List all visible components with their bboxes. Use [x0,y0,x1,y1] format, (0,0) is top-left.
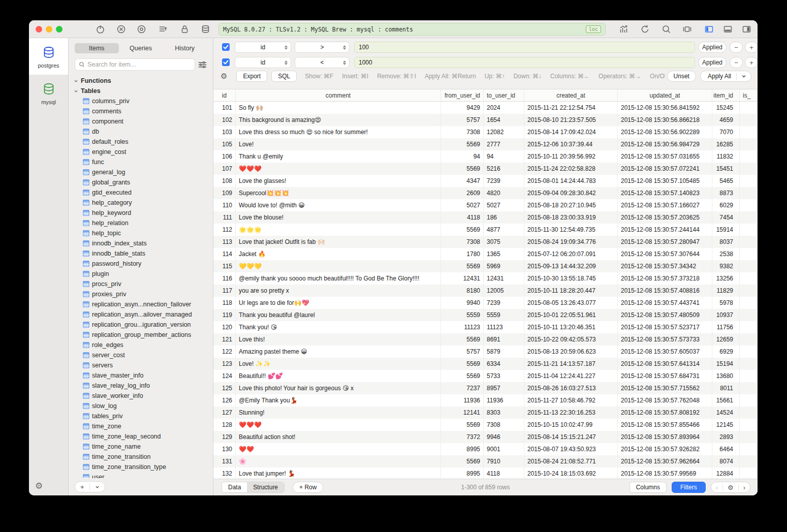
cell-from_user_id[interactable]: 5569 [441,333,484,346]
sidebar-table-password_history[interactable]: password_history [74,259,213,269]
cell-id[interactable]: 130 [213,443,236,455]
cell-created_at[interactable]: 2015-10-01 22:05:51.961 [524,309,618,321]
cell-to_user_id[interactable]: 8303 [484,406,524,419]
cell-item_id[interactable]: 11829 [712,285,740,297]
cell-comment[interactable]: Love this! [236,333,441,346]
table-row[interactable]: 105Love!556927772015-12-06 10:37:39.4420… [213,138,758,150]
cell-created_at[interactable]: 2015-10-22 09:42:05.573 [524,333,618,346]
cell-item_id[interactable]: 15245 [712,102,740,114]
filter-column-select[interactable]: id [235,57,291,68]
table-row[interactable]: 125Love this photo! Your hair is gorgeou… [213,382,758,394]
sidebar-table-plugin[interactable]: plugin [74,269,213,279]
connection-mysql[interactable]: mysql [29,75,68,111]
cell-created_at[interactable]: 2015-08-13 20:59:06.623 [524,346,618,358]
table-row[interactable]: 110Would love to! @mith 😁502750272015-08… [213,199,758,211]
column-header-from_user_id[interactable]: from_user_id [441,89,484,101]
cell-item_id[interactable]: 12884 [712,467,740,479]
cell-from_user_id[interactable]: 7308 [441,236,484,248]
cell-created_at[interactable]: 2015-10-11 13:20:46.351 [524,321,618,333]
cell-is_[interactable] [740,333,758,346]
cell-from_user_id[interactable]: 4347 [441,175,484,187]
filter-value-input[interactable] [354,57,695,68]
cell-updated_at[interactable]: 2015-12-08 15:30:56.984729 [618,138,712,150]
table-row[interactable]: 117you are so pretty x8180120052015-10-1… [213,285,758,297]
cell-id[interactable]: 107 [213,163,236,175]
cell-comment[interactable]: Thank u @emily [236,150,441,163]
table-row[interactable]: 130❤️❤️899590012015-08-07 19:43:50.92320… [213,443,758,455]
filter-enabled-checkbox[interactable] [222,43,230,51]
cell-is_[interactable] [740,138,758,150]
cell-to_user_id[interactable]: 8691 [484,333,524,346]
cell-from_user_id[interactable]: 4118 [441,211,484,224]
cell-item_id[interactable]: 14524 [712,406,740,419]
table-row[interactable]: 124Beautiful!! 💕💕556957332015-11-04 12:2… [213,370,758,382]
sidebar-table-global_grants[interactable]: global_grants [74,177,213,187]
cell-to_user_id[interactable]: 9946 [484,431,524,443]
filter-column-select[interactable]: id [235,42,291,53]
cell-is_[interactable] [740,321,758,333]
cell-updated_at[interactable]: 2015-12-08 15:30:57.280947 [618,236,712,248]
unset-button[interactable]: Unset [667,71,696,82]
cell-to_user_id[interactable]: 8957 [484,382,524,394]
sidebar-table-replication_asynnnection_failover[interactable]: replication_asyn...nnection_failover [74,299,213,309]
cell-from_user_id[interactable]: 5027 [441,199,484,211]
cell-comment[interactable]: Love that jumper! 💃🏾 [236,467,441,479]
cell-from_user_id[interactable]: 5569 [441,358,484,370]
cell-comment[interactable]: ❤️❤️❤️ [236,163,441,175]
page-settings-gear-icon[interactable]: ⚙ [723,482,738,492]
filter-operator-select[interactable]: < [295,57,350,68]
cell-is_[interactable] [740,163,758,175]
cell-item_id[interactable]: 12145 [712,419,740,431]
cell-to_user_id[interactable]: 5216 [484,163,524,175]
cell-is_[interactable] [740,309,758,321]
cell-id[interactable]: 105 [213,138,236,150]
connection-power-icon[interactable] [96,24,105,34]
cell-id[interactable]: 106 [213,150,236,163]
cell-to_user_id[interactable]: 94 [484,150,524,163]
cell-from_user_id[interactable]: 8995 [441,467,484,479]
cell-comment[interactable]: Love this dress so much 😍 so nice for su… [236,126,441,138]
cell-created_at[interactable]: 2015-10-30 13:55:18.745 [524,272,618,285]
sidebar-table-role_edges[interactable]: role_edges [74,340,213,350]
cell-item_id[interactable]: 10937 [712,309,740,321]
sidebar-table-procs_priv[interactable]: procs_priv [74,279,213,289]
sidebar-table-gtid_executed[interactable]: gtid_executed [74,187,213,198]
cell-updated_at[interactable]: 2015-12-08 15:30:57.523717 [618,321,712,333]
search-input[interactable] [87,61,191,68]
cell-from_user_id[interactable]: 94 [441,150,484,163]
cell-item_id[interactable]: 8011 [712,382,740,394]
cell-created_at[interactable]: 2015-08-07 19:43:50.923 [524,443,618,455]
remove-filter-button[interactable]: − [730,42,743,53]
cell-from_user_id[interactable]: 8995 [441,443,484,455]
cell-created_at[interactable]: 2015-10-11 18:28:20.447 [524,285,618,297]
add-item-chevron-button[interactable] [90,482,105,492]
cell-item_id[interactable]: 4659 [712,114,740,126]
cell-item_id[interactable]: 8074 [712,455,740,467]
filters-button[interactable]: Filters [672,482,706,493]
cell-to_user_id[interactable]: 7239 [484,175,524,187]
cell-id[interactable]: 128 [213,419,236,431]
cell-is_[interactable] [740,370,758,382]
sidebar-table-help_topic[interactable]: help_topic [74,228,213,238]
cell-updated_at[interactable]: 2015-12-08 15:30:57.105485 [618,175,712,187]
sidebar-table-slave_worker_info[interactable]: slave_worker_info [74,391,213,401]
cell-id[interactable]: 101 [213,102,236,114]
table-row[interactable]: 109Supercool💥💥💥260948202015-09-04 09:28:… [213,187,758,199]
sidebar-table-tables_priv[interactable]: tables_priv [74,411,213,421]
cell-from_user_id[interactable]: 8180 [441,285,484,297]
filter-applied-button[interactable]: Applied [698,42,727,53]
cell-id[interactable]: 122 [213,346,236,358]
cell-comment[interactable]: So fly 🙌🏼 [236,102,441,114]
cell-to_user_id[interactable]: 5559 [484,309,524,321]
sidebar-table-time_zone_leap_second[interactable]: time_zone_leap_second [74,431,213,442]
cell-is_[interactable] [740,272,758,285]
view-structure-button[interactable]: Structure [247,482,284,492]
cell-comment[interactable]: Love this photo! Your hair is gorgeous 😘… [236,382,441,394]
cell-to_user_id[interactable]: 4877 [484,224,524,236]
cell-created_at[interactable]: 2015-08-26 16:03:27.513 [524,382,618,394]
cell-item_id[interactable]: 7454 [712,211,740,224]
cell-is_[interactable] [740,394,758,406]
sidebar-table-slave_master_info[interactable]: slave_master_info [74,370,213,381]
filter-enabled-checkbox[interactable] [222,58,230,66]
cell-item_id[interactable]: 13256 [712,272,740,285]
